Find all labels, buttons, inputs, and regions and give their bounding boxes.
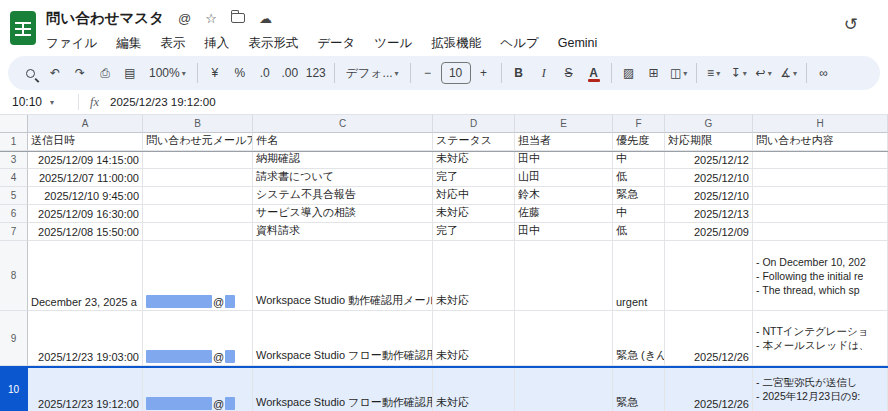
cell-G6[interactable]: 2025/12/13 <box>665 205 753 223</box>
cell-C10[interactable]: Workspace Studio フロー動作確認用 <box>253 366 433 411</box>
bold-button[interactable]: B <box>507 61 531 85</box>
cell-H7[interactable] <box>753 223 888 241</box>
cell-B9[interactable]: @ <box>143 311 253 366</box>
column-header-B[interactable]: B <box>143 115 253 133</box>
cell-F4[interactable]: 低 <box>613 169 665 187</box>
cell-F6[interactable]: 中 <box>613 205 665 223</box>
at-icon[interactable]: @ <box>178 12 191 25</box>
cell-B7[interactable] <box>143 223 253 241</box>
cell-A3[interactable]: 2025/12/09 14:15:00 <box>28 151 143 169</box>
cell-G1[interactable]: 対応期限 <box>665 133 753 151</box>
row-header-10[interactable]: 10 <box>0 366 28 411</box>
vertical-align-button[interactable]: ↧▾ <box>727 61 751 85</box>
cell-C7[interactable]: 資料請求 <box>253 223 433 241</box>
cell-E3[interactable]: 田中 <box>515 151 613 169</box>
cell-E7[interactable]: 田中 <box>515 223 613 241</box>
cell-G9[interactable]: 2025/12/26 <box>665 311 753 366</box>
cell-C3[interactable]: 納期確認 <box>253 151 433 169</box>
currency-format-button[interactable]: ¥ <box>203 61 227 85</box>
link-button[interactable]: ∞ <box>812 61 836 85</box>
cell-E1[interactable]: 担当者 <box>515 133 613 151</box>
document-title[interactable]: 問い合わせマスタ <box>46 9 164 28</box>
cell-B3[interactable] <box>143 151 253 169</box>
move-folder-icon[interactable] <box>231 13 245 23</box>
cell-D6[interactable]: 未対応 <box>433 205 515 223</box>
menu-help[interactable]: ヘルプ <box>500 35 538 52</box>
row-header-3[interactable]: 3 <box>0 151 28 169</box>
cell-H5[interactable] <box>753 187 888 205</box>
cell-G3[interactable]: 2025/12/12 <box>665 151 753 169</box>
cell-C5[interactable]: システム不具合報告 <box>253 187 433 205</box>
formula-input[interactable]: 2025/12/23 19:12:00 <box>110 96 216 108</box>
text-wrap-button[interactable]: ↩▾ <box>752 61 776 85</box>
cell-B10[interactable]: @ <box>143 366 253 411</box>
row-header-9[interactable]: 9 <box>0 311 28 366</box>
column-header-E[interactable]: E <box>515 115 613 133</box>
horizontal-align-button[interactable]: ≡▾ <box>702 61 726 85</box>
cell-D4[interactable]: 完了 <box>433 169 515 187</box>
cell-B4[interactable] <box>143 169 253 187</box>
cell-E5[interactable]: 鈴木 <box>515 187 613 205</box>
text-color-button[interactable]: A <box>582 61 606 85</box>
column-header-C[interactable]: C <box>253 115 433 133</box>
text-rotation-button[interactable]: ∡▾ <box>777 61 801 85</box>
name-box[interactable]: 10:10 ▾ <box>0 95 78 109</box>
column-header-G[interactable]: G <box>665 115 753 133</box>
cloud-status-icon[interactable]: ☁ <box>259 12 272 25</box>
print-button[interactable]: ⎙ <box>93 61 117 85</box>
column-header-D[interactable]: D <box>433 115 515 133</box>
select-all-corner[interactable] <box>0 115 28 133</box>
cell-E9[interactable] <box>515 311 613 366</box>
menu-extensions[interactable]: 拡張機能 <box>431 35 481 52</box>
menu-format[interactable]: 表示形式 <box>248 35 298 52</box>
star-icon[interactable]: ☆ <box>205 12 217 25</box>
cell-F9[interactable]: 緊急 (きんき <box>613 311 665 366</box>
cell-A4[interactable]: 2025/12/07 11:00:00 <box>28 169 143 187</box>
cell-H4[interactable] <box>753 169 888 187</box>
increase-font-size-button[interactable]: + <box>472 61 496 85</box>
cell-H3[interactable] <box>753 151 888 169</box>
cell-H10[interactable]: - 二宮聖弥氏が送信し- 2025年12月23日の9: <box>753 366 888 411</box>
cell-F8[interactable]: urgent <box>613 241 665 311</box>
cell-B8[interactable]: @ <box>143 241 253 311</box>
cell-F7[interactable]: 低 <box>613 223 665 241</box>
cell-A1[interactable]: 送信日時 <box>28 133 143 151</box>
cell-H1[interactable]: 問い合わせ内容 <box>753 133 888 151</box>
decrease-font-size-button[interactable]: − <box>416 61 440 85</box>
cell-C6[interactable]: サービス導入の相談 <box>253 205 433 223</box>
menu-gemini[interactable]: Gemini <box>558 36 598 50</box>
cell-G8[interactable] <box>665 241 753 311</box>
cell-G10[interactable]: 2025/12/26 <box>665 366 753 411</box>
cell-D7[interactable]: 完了 <box>433 223 515 241</box>
cell-A9[interactable]: 2025/12/23 19:03:00 <box>28 311 143 366</box>
cell-D5[interactable]: 対応中 <box>433 187 515 205</box>
cell-A6[interactable]: 2025/12/09 16:30:00 <box>28 205 143 223</box>
cell-B6[interactable] <box>143 205 253 223</box>
cell-E6[interactable]: 佐藤 <box>515 205 613 223</box>
italic-button[interactable]: I <box>532 61 556 85</box>
borders-button[interactable]: ⊞ <box>642 61 666 85</box>
cell-A8[interactable]: December 23, 2025 a <box>28 241 143 311</box>
cell-D1[interactable]: ステータス <box>433 133 515 151</box>
column-header-F[interactable]: F <box>613 115 665 133</box>
cell-D10[interactable]: 未対応 <box>433 366 515 411</box>
cell-H9[interactable]: - NTTインテグレーショ- 本メールスレッドは、 <box>753 311 888 366</box>
cell-C4[interactable]: 請求書について <box>253 169 433 187</box>
cell-D9[interactable]: 未対応 <box>433 311 515 366</box>
row-header-8[interactable]: 8 <box>0 241 28 311</box>
fill-color-button[interactable]: ▨ <box>617 61 641 85</box>
row-header-7[interactable]: 7 <box>0 223 28 241</box>
cell-F5[interactable]: 緊急 <box>613 187 665 205</box>
cell-B1[interactable]: 問い合わせ元メールアド <box>143 133 253 151</box>
cell-E10[interactable] <box>515 366 613 411</box>
cell-E4[interactable]: 山田 <box>515 169 613 187</box>
cell-B5[interactable] <box>143 187 253 205</box>
cell-H8[interactable]: - On December 10, 202- Following the ini… <box>753 241 888 311</box>
menu-data[interactable]: データ <box>317 35 355 52</box>
cell-F1[interactable]: 優先度 <box>613 133 665 151</box>
more-formats-button[interactable]: 123 <box>303 61 329 85</box>
increase-decimal-button[interactable]: .00 <box>278 61 302 85</box>
merge-cells-button[interactable]: ◫▾ <box>667 61 691 85</box>
font-size-input[interactable]: 10 <box>441 62 471 84</box>
cell-C8[interactable]: Workspace Studio 動作確認用メール <box>253 241 433 311</box>
